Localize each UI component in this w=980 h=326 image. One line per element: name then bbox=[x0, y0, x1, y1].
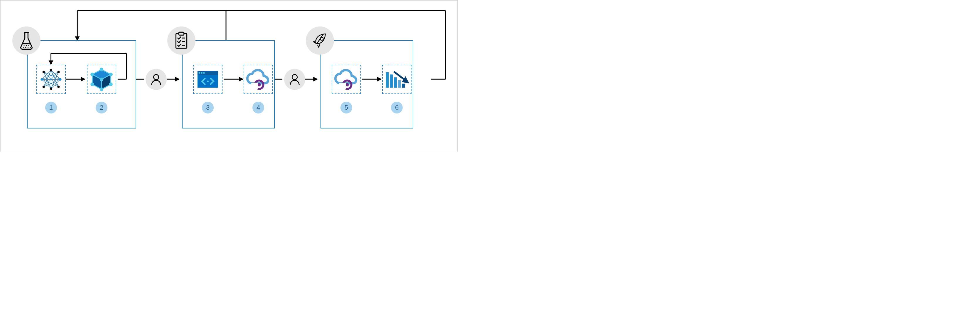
svg-rect-82 bbox=[199, 72, 200, 74]
svg-rect-95 bbox=[386, 72, 389, 88]
svg-rect-83 bbox=[201, 72, 202, 74]
svg-point-70 bbox=[100, 87, 103, 91]
svg-rect-94 bbox=[339, 83, 346, 89]
svg-rect-96 bbox=[390, 74, 393, 88]
cloud-service-icon bbox=[334, 69, 359, 89]
svg-point-52 bbox=[57, 86, 60, 88]
svg-rect-97 bbox=[394, 77, 397, 88]
svg-point-54 bbox=[59, 78, 62, 81]
svg-rect-76 bbox=[179, 32, 184, 35]
step-4-tile bbox=[243, 65, 273, 94]
step-badge-6: 6 bbox=[391, 102, 402, 113]
svg-point-73 bbox=[100, 78, 103, 82]
svg-point-67 bbox=[100, 68, 103, 72]
clipboard-icon bbox=[167, 26, 196, 55]
svg-point-48 bbox=[50, 87, 52, 89]
step-5-tile bbox=[332, 65, 361, 94]
svg-rect-99 bbox=[402, 84, 405, 88]
svg-point-89 bbox=[292, 75, 298, 80]
step-badge-5: 5 bbox=[340, 102, 352, 113]
step-2-tile bbox=[87, 65, 116, 94]
svg-point-72 bbox=[91, 73, 94, 77]
svg-rect-75 bbox=[176, 34, 187, 48]
code-window-icon bbox=[196, 70, 219, 89]
flask-icon bbox=[12, 26, 40, 55]
user-icon bbox=[284, 69, 305, 90]
step-badge-3: 3 bbox=[202, 102, 214, 113]
svg-point-68 bbox=[109, 73, 113, 77]
rocket-icon bbox=[306, 26, 334, 55]
svg-rect-84 bbox=[203, 72, 205, 74]
svg-marker-20 bbox=[313, 77, 318, 82]
svg-point-47 bbox=[50, 69, 52, 72]
architecture-diagram: 1 2 bbox=[0, 0, 458, 152]
svg-point-71 bbox=[91, 83, 94, 86]
svg-point-74 bbox=[153, 75, 159, 80]
user-icon bbox=[146, 69, 167, 90]
svg-rect-81 bbox=[197, 71, 218, 75]
svg-rect-98 bbox=[398, 80, 401, 88]
step-badge-1: 1 bbox=[45, 102, 57, 113]
cube-icon bbox=[89, 67, 114, 92]
step-badge-4: 4 bbox=[252, 102, 264, 113]
svg-point-53 bbox=[40, 78, 43, 81]
cloud-service-icon bbox=[246, 69, 271, 89]
step-1-tile bbox=[37, 65, 66, 94]
svg-point-51 bbox=[43, 86, 45, 88]
drift-chart-icon bbox=[385, 69, 409, 89]
step-badge-2: 2 bbox=[96, 102, 107, 113]
step-3-tile bbox=[193, 65, 223, 94]
svg-point-69 bbox=[109, 83, 113, 86]
svg-point-49 bbox=[43, 71, 45, 73]
svg-point-85 bbox=[207, 80, 209, 82]
svg-marker-15 bbox=[175, 77, 180, 82]
svg-point-50 bbox=[57, 71, 60, 73]
neural-net-icon bbox=[40, 68, 62, 91]
step-6-tile bbox=[382, 65, 412, 94]
svg-rect-88 bbox=[251, 83, 258, 89]
